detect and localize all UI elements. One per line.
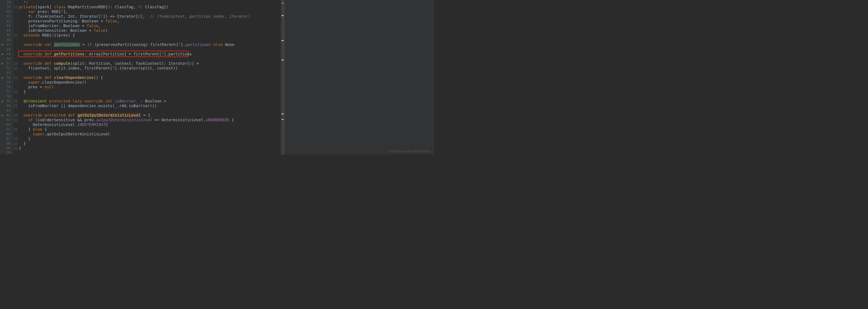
code-line[interactable]: prev = null (19, 85, 281, 90)
line-number[interactable]: 52 (0, 66, 14, 71)
line-number[interactable]: 64 (0, 123, 14, 127)
code-line[interactable]: isFromBarrier: Boolean = false, (19, 24, 281, 28)
line-number[interactable]: 39 (0, 5, 14, 9)
line-number[interactable]: 46 (0, 38, 14, 42)
code-line[interactable]: @transient protected lazy override val i… (19, 99, 281, 104)
code-line[interactable]: private[spark] class MapPartitionsRDD[U:… (19, 5, 281, 9)
code-line[interactable]: override def compute(split: Partition, c… (19, 61, 281, 66)
code-line[interactable]: } else { (19, 127, 281, 132)
line-number[interactable]: 47 (0, 42, 14, 47)
override-up-icon[interactable] (1, 77, 3, 78)
code-line[interactable]: override def clearDependencies() { (19, 75, 281, 80)
code-line[interactable]: preservesPartitioning: Boolean = false, (19, 19, 281, 24)
error-stripe-mark[interactable] (281, 15, 284, 16)
line-number[interactable]: 51 (0, 61, 14, 66)
code-line[interactable]: } (19, 141, 281, 146)
fold-column[interactable]: −−−−−−−−−−−−−− (14, 0, 18, 154)
code-line[interactable]: extends RDD[U](prev) { (19, 33, 281, 38)
line-number[interactable]: 65 (0, 127, 14, 132)
line-number[interactable]: 49 (0, 52, 14, 57)
code-line[interactable]: super.getOutputDeterministicLevel (19, 132, 281, 137)
line-number[interactable]: 60 (0, 104, 14, 108)
code-line[interactable]: isFromBarrier || dependencies.exists(_.r… (19, 104, 281, 108)
fold-toggle-icon[interactable]: − (14, 128, 17, 131)
line-number-gutter[interactable]: 3839404142434445464748495051525354555657… (0, 0, 14, 154)
fold-toggle-icon[interactable]: − (14, 138, 17, 140)
code-line[interactable] (19, 94, 281, 99)
line-number[interactable]: 62 (0, 113, 14, 118)
line-number[interactable]: 68 (0, 141, 14, 146)
token-kw: override val (24, 42, 54, 47)
line-number[interactable]: 69 (0, 146, 14, 150)
line-number[interactable]: 67 (0, 137, 14, 141)
code-line[interactable] (19, 150, 281, 154)
fold-toggle-icon[interactable]: − (14, 67, 17, 69)
error-stripe-mark[interactable] (281, 119, 284, 120)
override-up-icon[interactable] (1, 53, 3, 55)
code-line[interactable]: } (19, 146, 281, 150)
code-line[interactable] (19, 108, 281, 113)
line-number[interactable]: 44 (0, 28, 14, 33)
code-line[interactable] (19, 38, 281, 42)
fold-toggle-icon[interactable]: − (14, 114, 17, 116)
override-up-icon[interactable] (1, 44, 3, 45)
line-number[interactable]: 53 (0, 71, 14, 75)
line-number[interactable]: 61 (0, 108, 14, 113)
fold-toggle-icon[interactable]: − (14, 119, 17, 121)
code-line[interactable] (19, 47, 281, 52)
line-number[interactable]: 41 (0, 14, 14, 19)
line-number[interactable]: 63 (0, 118, 14, 123)
error-stripe-mark[interactable] (281, 113, 284, 114)
override-up-icon[interactable] (1, 100, 3, 102)
code-line[interactable]: f: (TaskContext, Int, Iterator[T]) => It… (19, 14, 281, 19)
line-number[interactable]: 38 (0, 0, 14, 5)
code-line[interactable]: } (19, 137, 281, 141)
fold-toggle-icon[interactable]: − (14, 6, 17, 8)
token-op: ], (63, 9, 68, 14)
code-line[interactable]: super.clearDependencies() (19, 80, 281, 85)
token-type: None (225, 42, 235, 47)
code-line[interactable]: if (isOrderSensitive && prev.outputDeter… (19, 118, 281, 123)
code-line[interactable]: override val partitioner = if (preserves… (19, 42, 281, 47)
fold-toggle-icon[interactable]: − (14, 34, 17, 37)
error-stripe-mark[interactable] (281, 40, 284, 41)
line-number[interactable]: 55 (0, 80, 14, 85)
fold-toggle-icon[interactable]: − (14, 91, 17, 93)
code-line[interactable]: override protected def getOutputDetermin… (19, 113, 281, 118)
error-stripe-mark[interactable] (281, 60, 284, 60)
code-line[interactable]: override def getPartitions: Array[Partit… (19, 52, 281, 57)
line-number[interactable]: 66 (0, 132, 14, 137)
code-line[interactable]: var prev: RDD[T], (19, 9, 281, 14)
override-up-icon[interactable] (1, 63, 3, 64)
line-number[interactable]: 42 (0, 19, 14, 24)
code-line[interactable]: isOrderSensitive: Boolean = false) (19, 28, 281, 33)
override-up-icon[interactable] (1, 114, 3, 116)
fold-toggle-icon[interactable]: − (14, 147, 17, 149)
line-number[interactable]: 50 (0, 57, 14, 61)
code-line[interactable]: */ (19, 0, 281, 5)
error-stripe-mark[interactable] (281, 3, 284, 4)
line-number[interactable]: 57 (0, 90, 14, 94)
line-number[interactable]: 48 (0, 47, 14, 52)
code-line[interactable]: } (19, 90, 281, 94)
fold-toggle-icon[interactable]: − (14, 142, 17, 145)
line-number[interactable]: 56 (0, 85, 14, 90)
code-line[interactable]: DeterministicLevel.INDETERMINATE (19, 123, 281, 127)
line-number[interactable]: 43 (0, 24, 14, 28)
code-area[interactable]: */private[spark] class MapPartitionsRDD[… (18, 0, 281, 154)
code-line[interactable]: f(context, split.index, firstParent[T].i… (19, 66, 281, 71)
fold-toggle-icon[interactable]: − (14, 100, 17, 102)
fold-toggle-icon[interactable]: − (14, 62, 17, 65)
error-stripe[interactable] (281, 0, 284, 154)
code-line[interactable] (19, 71, 281, 75)
token-op: f(context, split.index, firstParent[ (19, 66, 112, 70)
line-number[interactable]: 70 (0, 150, 14, 154)
code-line[interactable] (19, 57, 281, 61)
fold-toggle-icon[interactable]: − (14, 76, 17, 79)
line-number[interactable]: 59 (0, 99, 14, 104)
line-number[interactable]: 58 (0, 94, 14, 99)
line-number[interactable]: 45 (0, 33, 14, 38)
line-number[interactable]: 40 (0, 9, 14, 14)
line-number[interactable]: 54 (0, 75, 14, 80)
fold-toggle-icon[interactable]: − (14, 105, 17, 107)
